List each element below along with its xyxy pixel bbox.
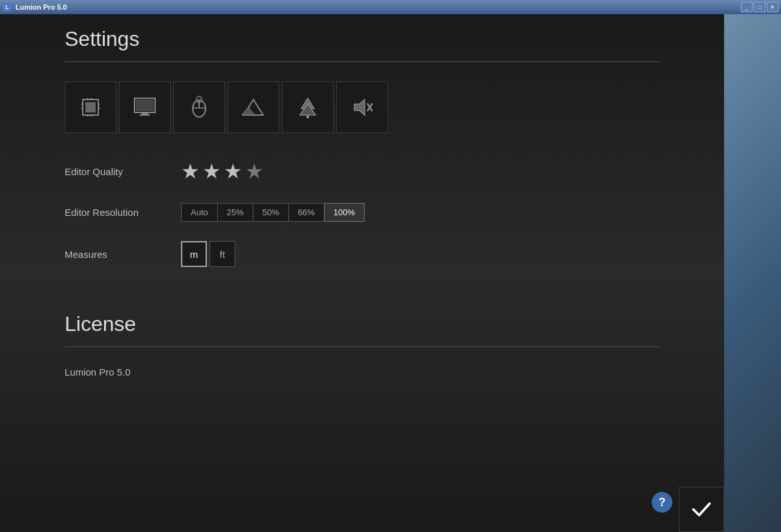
license-title: License [65, 312, 659, 336]
svg-rect-3 [81, 107, 83, 109]
settings-section: Settings [0, 14, 724, 299]
license-section: License Lumion Pro 5.0 [0, 299, 724, 532]
maximize-button[interactable]: □ [754, 2, 765, 12]
window-body: Settings [0, 14, 781, 532]
main-content: Settings [0, 14, 724, 532]
nature-icon [295, 94, 321, 120]
input-icon [186, 94, 212, 120]
svg-rect-1 [85, 102, 96, 112]
terrain-tab-button[interactable] [228, 81, 279, 133]
editor-quality-label: Editor Quality [65, 166, 155, 177]
star-3[interactable]: ★ [224, 159, 242, 184]
settings-divider [65, 61, 659, 62]
svg-rect-13 [140, 114, 150, 116]
svg-rect-9 [91, 114, 92, 116]
svg-rect-6 [87, 98, 89, 100]
nature-tab-button[interactable] [282, 81, 334, 133]
audio-icon [349, 94, 375, 120]
star-4[interactable]: ★ [245, 159, 264, 184]
svg-marker-23 [354, 100, 365, 115]
editor-quality-row: Editor Quality ★ ★ ★ ★ [65, 159, 659, 184]
svg-rect-22 [306, 115, 309, 118]
svg-rect-11 [136, 100, 154, 111]
stars-container: ★ ★ ★ ★ [181, 159, 264, 184]
measures-label: Measures [65, 249, 155, 260]
svg-rect-8 [87, 114, 89, 116]
input-tab-button[interactable] [173, 81, 225, 133]
close-button[interactable]: ✕ [767, 2, 778, 12]
svg-marker-21 [300, 103, 316, 115]
audio-tab-button[interactable] [336, 81, 388, 133]
svg-rect-7 [91, 98, 92, 100]
resolution-100-button[interactable]: 100% [324, 203, 365, 222]
resolution-50-button[interactable]: 50% [253, 203, 288, 222]
star-1[interactable]: ★ [181, 159, 200, 184]
settings-title: Settings [65, 27, 659, 51]
measure-feet-button[interactable]: ft [209, 241, 235, 267]
app-icon: L [3, 3, 12, 12]
svg-rect-4 [98, 103, 100, 105]
bottom-area: ? [685, 506, 724, 532]
confirm-button[interactable] [679, 487, 724, 532]
svg-rect-2 [81, 103, 83, 105]
svg-rect-5 [98, 107, 100, 109]
icon-toolbar [65, 81, 659, 133]
hardware-icon [78, 94, 103, 120]
license-divider [65, 346, 659, 347]
minimize-button[interactable]: _ [741, 2, 753, 12]
measure-meters-button[interactable]: m [181, 241, 207, 267]
license-product-name: Lumion Pro 5.0 [65, 367, 659, 378]
title-bar-text: L Lumion Pro 5.0 [3, 3, 67, 12]
star-2[interactable]: ★ [202, 159, 221, 184]
svg-rect-12 [142, 112, 148, 114]
resolution-buttons: Auto 25% 50% 66% 100% [181, 203, 365, 222]
editor-resolution-row: Editor Resolution Auto 25% 50% 66% 100% [65, 203, 659, 222]
title-bar-controls: _ □ ✕ [741, 2, 778, 12]
terrain-icon [241, 94, 266, 120]
resolution-auto-button[interactable]: Auto [181, 203, 217, 222]
main-window: L Lumion Pro 5.0 _ □ ✕ Settings [0, 0, 781, 532]
measure-buttons: m ft [181, 241, 235, 267]
hardware-tab-button[interactable] [65, 81, 116, 133]
checkmark-icon [690, 498, 713, 521]
display-icon [132, 94, 158, 120]
editor-resolution-label: Editor Resolution [65, 207, 155, 218]
svg-marker-19 [242, 107, 255, 115]
resolution-66-button[interactable]: 66% [288, 203, 324, 222]
resolution-25-button[interactable]: 25% [217, 203, 253, 222]
measures-row: Measures m ft [65, 241, 659, 267]
help-button[interactable]: ? [652, 492, 672, 513]
display-tab-button[interactable] [119, 81, 171, 133]
window-title: Lumion Pro 5.0 [16, 3, 67, 11]
title-bar: L Lumion Pro 5.0 _ □ ✕ [0, 0, 781, 14]
